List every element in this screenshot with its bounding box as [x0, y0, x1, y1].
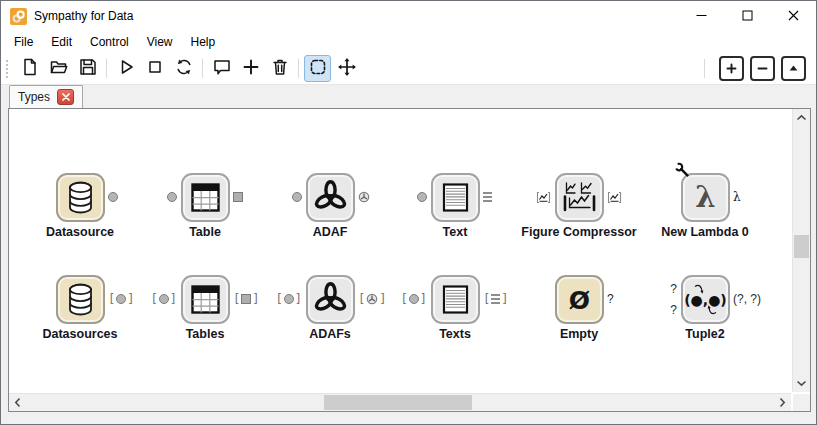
menu-item-edit[interactable]: Edit	[42, 32, 81, 52]
plus-icon	[241, 57, 261, 81]
select-mode-button[interactable]	[304, 55, 331, 82]
input-ports	[536, 191, 551, 204]
close-button[interactable]	[770, 1, 816, 31]
horizontal-scroll-thumb[interactable]	[324, 395, 472, 410]
insert-button[interactable]	[237, 55, 264, 82]
node-new-lambda-0[interactable]: λλNew Lambda 0	[639, 174, 771, 239]
collapse-box-icon	[788, 60, 799, 78]
input-ports	[292, 192, 302, 202]
flow-canvas[interactable]: DatasourceTableADAFTextFigure Compressor…	[9, 109, 791, 392]
scrollbar-corner	[793, 394, 810, 411]
output-port-lambda: λ	[733, 191, 741, 203]
node-icon-row: Ø?	[513, 276, 645, 322]
output-ports: []	[108, 293, 134, 305]
zoom-in-button[interactable]	[719, 56, 744, 81]
node-icon-row	[389, 174, 521, 220]
lambda-icon: λ	[681, 173, 730, 222]
output-port-tuple: (?, ?)	[733, 293, 761, 305]
window-controls	[678, 1, 816, 31]
new-file-icon	[20, 57, 40, 81]
maximize-button[interactable]	[724, 1, 770, 31]
input-ports: []	[151, 293, 177, 305]
output-ports: []	[233, 293, 259, 305]
move-icon	[337, 57, 357, 81]
horizontal-scrollbar[interactable]	[9, 393, 791, 411]
tab-bar: Types	[1, 85, 816, 108]
stop-button[interactable]	[141, 55, 168, 82]
new-flow-button[interactable]	[16, 55, 43, 82]
zoom-out-button[interactable]	[750, 56, 775, 81]
toolbar-separator	[704, 59, 705, 78]
scroll-left-icon[interactable]	[9, 394, 26, 411]
node-datasources[interactable]: []Datasources	[14, 276, 146, 341]
node-label: Texts	[439, 327, 471, 341]
output-ports: []	[483, 293, 508, 305]
node-empty[interactable]: Ø?Empty	[513, 276, 645, 341]
node-icon-row: [][]	[389, 276, 521, 322]
output-ports	[607, 191, 622, 204]
node-texts[interactable]: [][]Texts	[389, 276, 521, 341]
vertical-scroll-thumb[interactable]	[794, 235, 809, 258]
node-tables[interactable]: [][]Tables	[139, 276, 271, 341]
minimize-button[interactable]	[678, 1, 724, 31]
reload-button[interactable]	[170, 55, 197, 82]
input-port-circle	[167, 192, 177, 202]
node-icon-row: []	[14, 276, 146, 322]
input-port-question: ?	[670, 283, 677, 295]
save-flow-button[interactable]	[74, 55, 101, 82]
app-logo-icon[interactable]	[10, 8, 27, 25]
text-icon	[431, 173, 480, 222]
input-port-circle	[417, 192, 427, 202]
node-adaf[interactable]: ADAF	[264, 174, 396, 239]
output-ports	[358, 191, 370, 203]
node-icon-row: ??(●,●)(?, ?)	[639, 276, 771, 322]
open-flow-button[interactable]	[45, 55, 72, 82]
database-icon	[56, 173, 105, 222]
menu-bar: FileEditControlViewHelp	[1, 31, 816, 53]
save-icon	[78, 57, 98, 81]
output-port-adaf	[358, 191, 370, 203]
scroll-right-icon[interactable]	[774, 394, 791, 411]
toolbar-separator	[202, 59, 203, 78]
tab-types[interactable]: Types	[9, 85, 83, 108]
node-text[interactable]: Text	[389, 174, 521, 239]
collapse-toolbar-button[interactable]	[781, 56, 806, 81]
scroll-up-icon[interactable]	[793, 109, 810, 126]
wrench-icon	[674, 162, 690, 178]
tab-close-icon[interactable]	[57, 89, 74, 105]
maximize-icon	[742, 7, 753, 25]
open-folder-icon	[49, 57, 69, 81]
adaf-icon	[306, 173, 355, 222]
run-button[interactable]	[112, 55, 139, 82]
play-icon	[116, 57, 136, 81]
comment-button[interactable]	[208, 55, 235, 82]
pan-mode-button[interactable]	[333, 55, 360, 82]
node-table[interactable]: Table	[139, 174, 271, 239]
scroll-down-icon[interactable]	[793, 375, 810, 392]
close-icon	[788, 7, 799, 25]
input-ports	[167, 192, 177, 202]
node-adafs[interactable]: [][]ADAFs	[264, 276, 396, 341]
node-tuple2[interactable]: ??(●,●)(?, ?)Tuple2	[639, 276, 771, 341]
zoom-in-box-icon	[726, 60, 737, 78]
input-port-question: ?	[670, 304, 677, 316]
input-ports	[417, 192, 427, 202]
node-figure-compressor[interactable]: Figure Compressor	[513, 174, 645, 239]
toolbar-right-group	[700, 56, 806, 81]
menu-item-help[interactable]: Help	[182, 32, 225, 52]
toolbar-drag-handle[interactable]	[6, 60, 8, 78]
input-ports: []	[276, 293, 302, 305]
zoom-out-box-icon	[757, 60, 768, 78]
output-ports	[233, 192, 243, 202]
table-icon	[181, 173, 230, 222]
delete-button[interactable]	[266, 55, 293, 82]
vertical-scrollbar[interactable]	[792, 109, 810, 392]
table-icon	[181, 275, 230, 324]
node-icon-row	[139, 174, 271, 220]
menu-item-file[interactable]: File	[5, 32, 42, 52]
node-icon-row: [][]	[139, 276, 271, 322]
menu-item-view[interactable]: View	[138, 32, 182, 52]
comment-icon	[212, 57, 232, 81]
menu-item-control[interactable]: Control	[81, 32, 138, 52]
node-datasource[interactable]: Datasource	[14, 174, 146, 239]
